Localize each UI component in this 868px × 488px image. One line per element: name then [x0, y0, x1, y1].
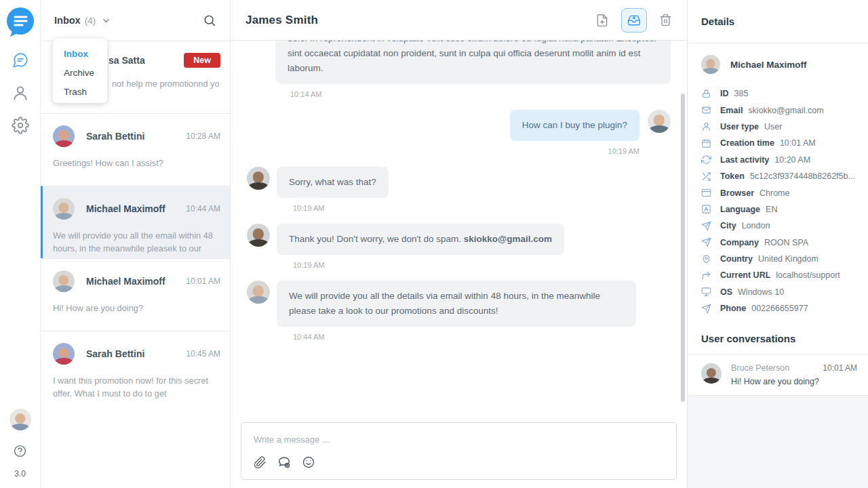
message-bubble: How can I buy the plugin?: [510, 110, 639, 141]
avatar: [247, 167, 270, 190]
dropdown-item-inbox[interactable]: Inbox: [64, 45, 107, 64]
details-panel: Details Michael Maximoff ID385 Emailskio…: [687, 0, 868, 488]
filter-count: (4): [85, 16, 96, 26]
message-input[interactable]: [254, 434, 664, 445]
message-left: We will provide you all the details via …: [247, 281, 671, 327]
inbox-filter-button[interactable]: Inbox (4): [54, 15, 111, 26]
language-icon: [701, 204, 711, 214]
message-composer: [241, 422, 677, 480]
conversation-preview: We will provide you all the email within…: [53, 229, 220, 255]
conversation-item[interactable]: Sarah Bettini 10:45 AM I want this promo…: [41, 331, 230, 403]
search-icon[interactable]: [203, 14, 216, 27]
conversation-name: Michael Maximoff: [86, 276, 165, 287]
field-row: Current URLlocalhost/support: [701, 267, 861, 283]
chat-header: James Smith: [231, 0, 687, 41]
chat-title: James Smith: [245, 14, 318, 27]
field-row: Phone002266655977: [701, 300, 861, 317]
conversation-name: Bruce Peterson: [731, 363, 789, 373]
conversation-item[interactable]: Sarah Bettini 10:28 AM Greetings! How ca…: [41, 113, 230, 186]
browser-icon: [701, 188, 711, 198]
message-time: 10:19 AM: [293, 261, 671, 269]
message-time: 10:44 AM: [293, 333, 671, 341]
nav-conversations-icon[interactable]: [12, 52, 29, 69]
field-row: ID385: [701, 85, 861, 102]
conversation-name: Sarah Bettini: [86, 131, 144, 142]
field-row: Emailskiokko@gmail.com: [701, 102, 861, 118]
conversation-time: 10:28 AM: [186, 131, 220, 141]
conversation-time: 10:01 AM: [823, 363, 857, 373]
archive-down-icon: [627, 14, 641, 27]
avatar: [247, 281, 270, 304]
conversation-time: 10:44 AM: [186, 204, 220, 214]
details-title: Details: [701, 16, 734, 27]
paper-plane-icon: [701, 237, 711, 247]
dropdown-item-trash[interactable]: Trash: [64, 83, 107, 102]
conversation-preview: I want this promotion now! for this secr…: [53, 374, 220, 400]
message-time: 10:19 AM: [247, 147, 639, 155]
avatar: [53, 270, 75, 292]
shuffle-icon: [701, 171, 711, 182]
map-pin-icon: [701, 254, 711, 264]
message-bubble: dolor in reprehenderit in voluptate veli…: [275, 41, 671, 84]
avatar: [701, 55, 720, 74]
share-arrow-icon: [701, 270, 711, 281]
user-icon: [701, 121, 711, 131]
conversation-time: 10:45 AM: [186, 349, 220, 359]
app-nav-rail: 3.0: [0, 0, 41, 488]
add-note-icon[interactable]: [595, 14, 609, 27]
message-right: How can I buy the plugin?: [247, 110, 671, 141]
avatar: [53, 198, 75, 220]
conversation-item-selected[interactable]: Michael Maximoff 10:44 AM We will provid…: [41, 186, 230, 258]
field-row: LanguageEN: [701, 201, 861, 218]
user-conversation-item[interactable]: Bruce Peterson 10:01 AM Hi! How are you …: [688, 354, 868, 396]
message-time: 10:19 AM: [293, 204, 671, 212]
field-row: CompanyROON SPA: [701, 235, 861, 251]
nav-users-icon[interactable]: [12, 84, 29, 102]
current-user-avatar[interactable]: [9, 409, 31, 430]
filter-label: Inbox: [54, 15, 81, 26]
avatar: [701, 363, 722, 384]
message-bubble: Sorry, what was that?: [277, 167, 389, 198]
conversation-name: sa Satta: [108, 55, 145, 66]
attachment-icon[interactable]: [254, 456, 267, 469]
user-conversations-title: User conversations: [688, 317, 868, 354]
message-left: Sorry, what was that?: [247, 167, 671, 198]
new-badge: New: [184, 53, 220, 68]
dropdown-item-archive[interactable]: Archive: [64, 64, 107, 83]
message-bubble: Thank you! Don't worry, we don't do spam…: [277, 224, 564, 255]
app-logo-icon[interactable]: [5, 7, 35, 37]
field-row: Creation time10:01 AM: [701, 135, 861, 151]
conversation-time: 10:01 AM: [186, 277, 220, 286]
emoji-icon[interactable]: [302, 455, 315, 469]
avatar: [53, 125, 75, 147]
messages-area: dolor in reprehenderit in voluptate veli…: [231, 41, 687, 413]
saved-replies-icon[interactable]: [277, 455, 292, 470]
sync-icon: [701, 155, 711, 165]
message-left: Thank you! Don't worry, we don't do spam…: [247, 224, 671, 255]
conversation-name: Sarah Bettini: [86, 348, 144, 359]
details-panel-footer: [688, 396, 868, 488]
field-row: CityLondon: [701, 218, 861, 234]
avatar: [53, 343, 75, 365]
help-icon[interactable]: [13, 444, 27, 458]
chat-scrollbar-thumb[interactable]: [681, 94, 685, 402]
message-bubble: We will provide you all the details via …: [277, 281, 636, 327]
message-email: skiokko@gmail.com: [464, 234, 552, 244]
conversation-item[interactable]: Michael Maximoff 10:01 AM Hi! How are yo…: [41, 258, 230, 331]
paper-plane-icon: [701, 221, 711, 231]
field-row: BrowserChrome: [701, 184, 861, 201]
monitor-icon: [701, 287, 711, 297]
field-row: CountryUnited Kingdom: [701, 251, 861, 267]
archive-conversation-button[interactable]: [621, 8, 647, 33]
field-row: Last activity10:20 AM: [701, 152, 861, 168]
conversation-preview: Hi! How are you doing?: [731, 377, 857, 386]
trash-icon[interactable]: [659, 14, 672, 26]
envelope-icon: [701, 105, 711, 115]
field-row: OSWindows 10: [701, 284, 861, 300]
avatar: [247, 224, 270, 247]
conversation-list-panel: Inbox (4) sa Satta New not help me promo…: [41, 0, 231, 488]
lock-icon: [701, 89, 711, 99]
avatar: [648, 110, 671, 133]
chevron-down-icon: [101, 16, 111, 26]
nav-settings-icon[interactable]: [12, 117, 29, 134]
